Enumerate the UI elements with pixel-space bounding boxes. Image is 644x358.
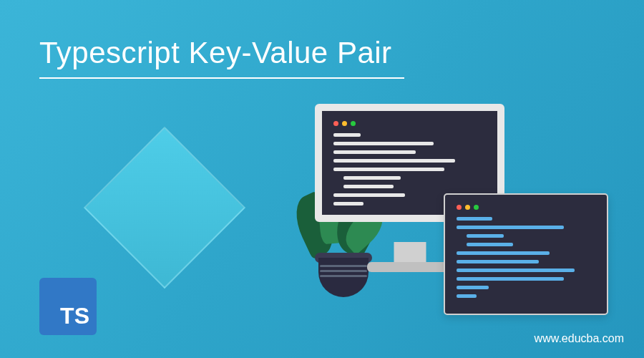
code-line [467, 243, 513, 246]
monitor-base [367, 262, 453, 272]
green-dot-icon [351, 121, 356, 126]
code-line [457, 217, 492, 221]
traffic-lights [333, 121, 486, 126]
code-line [333, 159, 455, 163]
yellow-dot-icon [342, 121, 347, 126]
title-underline [39, 77, 404, 79]
typescript-badge: TS [39, 278, 97, 335]
decorative-diamond [84, 127, 245, 289]
code-line [467, 234, 504, 238]
green-dot-icon [474, 205, 479, 210]
code-line [457, 226, 564, 229]
code-line [343, 176, 401, 180]
monitor-stand [394, 242, 426, 263]
yellow-dot-icon [465, 205, 470, 210]
code-line [457, 286, 489, 289]
code-line [457, 294, 477, 298]
code-line [457, 260, 539, 263]
red-dot-icon [457, 205, 462, 210]
code-line [333, 168, 444, 171]
code-line [333, 193, 405, 197]
code-line [333, 202, 364, 205]
editor-window [444, 193, 608, 315]
traffic-lights [457, 205, 595, 210]
code-line [333, 150, 416, 154]
website-url: www.educba.com [535, 332, 624, 345]
code-line [333, 142, 434, 145]
page-title: Typescript Key-Value Pair [39, 36, 392, 70]
pot-stripes [320, 265, 367, 286]
code-line [333, 133, 361, 137]
code-line [457, 277, 564, 281]
code-line [343, 185, 394, 188]
red-dot-icon [333, 121, 338, 126]
code-line [457, 268, 575, 272]
badge-text: TS [60, 303, 89, 329]
code-line [457, 251, 550, 255]
